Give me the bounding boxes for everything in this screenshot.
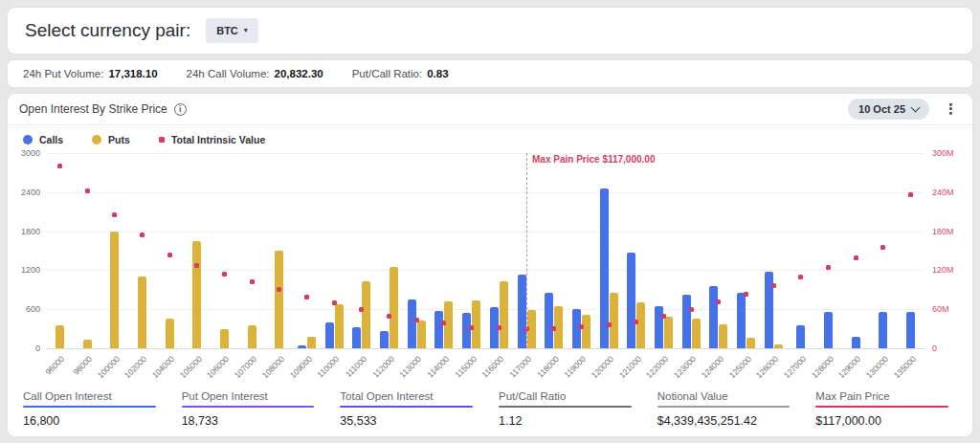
put-bar[interactable] xyxy=(138,277,146,348)
put-bar[interactable] xyxy=(275,251,283,348)
intrinsic-value-dot[interactable] xyxy=(167,253,172,257)
put-bar[interactable] xyxy=(636,302,645,348)
chart-area: Max Pain Price $117,000.00 0060060M12001… xyxy=(11,145,969,385)
volume-stat-label: Put/Call Ratio: xyxy=(352,68,423,79)
intrinsic-value-dot[interactable] xyxy=(304,295,309,299)
intrinsic-value-dot[interactable] xyxy=(880,245,885,250)
call-bar[interactable] xyxy=(682,295,691,348)
call-bar[interactable] xyxy=(380,331,389,348)
call-bar[interactable] xyxy=(545,293,553,348)
put-bar[interactable] xyxy=(746,338,755,348)
put-bar[interactable] xyxy=(56,325,64,348)
intrinsic-value-dot[interactable] xyxy=(497,325,501,330)
intrinsic-value-dot[interactable] xyxy=(85,188,90,193)
volume-stat-label: 24h Put Volume: xyxy=(23,68,103,79)
volume-stats-strip: 24h Put Volume:17,318.1024h Call Volume:… xyxy=(8,60,972,87)
intrinsic-value-dot[interactable] xyxy=(222,272,227,277)
intrinsic-value-dot[interactable] xyxy=(908,192,913,197)
put-bar[interactable] xyxy=(83,340,92,348)
intrinsic-value-dot[interactable] xyxy=(112,212,117,217)
intrinsic-value-dot[interactable] xyxy=(716,299,721,304)
intrinsic-value-dot[interactable] xyxy=(277,287,281,292)
call-bar[interactable] xyxy=(737,293,746,348)
put-bar[interactable] xyxy=(192,241,201,348)
put-bar[interactable] xyxy=(472,300,480,348)
intrinsic-value-dot[interactable] xyxy=(414,318,419,322)
put-bar[interactable] xyxy=(582,315,590,348)
gridline xyxy=(46,270,924,271)
call-bar[interactable] xyxy=(325,322,334,348)
put-bar[interactable] xyxy=(610,293,618,348)
legend-item-calls[interactable]: Calls xyxy=(23,134,63,145)
intrinsic-value-dot[interactable] xyxy=(332,300,337,305)
call-bar[interactable] xyxy=(518,275,526,348)
put-bar[interactable] xyxy=(248,325,256,348)
put-bar[interactable] xyxy=(307,337,316,348)
intrinsic-value-dot[interactable] xyxy=(661,314,666,319)
put-bar[interactable] xyxy=(335,304,344,348)
volume-stat-value: 0.83 xyxy=(427,68,448,79)
put-bar[interactable] xyxy=(664,317,673,348)
legend-item-puts[interactable]: Puts xyxy=(92,134,130,145)
put-bar[interactable] xyxy=(719,324,727,348)
call-bar[interactable] xyxy=(408,299,416,348)
call-bar[interactable] xyxy=(852,337,860,348)
intrinsic-value-dot[interactable] xyxy=(579,324,584,329)
call-bar[interactable] xyxy=(709,286,718,348)
y-axis-tick-left: 1200 xyxy=(13,265,40,275)
intrinsic-value-dot[interactable] xyxy=(441,321,446,325)
intrinsic-value-dot[interactable] xyxy=(854,255,858,260)
kebab-menu-icon[interactable]: ⋮ xyxy=(941,100,961,118)
circle-marker-icon xyxy=(92,135,101,144)
put-bar[interactable] xyxy=(390,267,398,348)
currency-dropdown[interactable]: BTC ▾ xyxy=(206,18,258,43)
call-bar[interactable] xyxy=(434,311,443,348)
call-bar[interactable] xyxy=(796,325,805,348)
put-bar[interactable] xyxy=(110,232,119,348)
call-bar[interactable] xyxy=(879,312,887,348)
legend-label: Puts xyxy=(108,134,130,145)
call-bar[interactable] xyxy=(906,312,915,348)
max-pain-label: Max Pain Price $117,000.00 xyxy=(532,154,655,165)
y-axis-tick-right: 240M xyxy=(932,188,954,197)
intrinsic-value-dot[interactable] xyxy=(387,314,391,319)
intrinsic-value-dot[interactable] xyxy=(689,307,694,312)
intrinsic-value-dot[interactable] xyxy=(194,263,199,268)
put-bar[interactable] xyxy=(220,329,229,348)
date-selector[interactable]: 10 Oct 25 xyxy=(848,99,929,120)
put-bar[interactable] xyxy=(166,319,174,348)
intrinsic-value-dot[interactable] xyxy=(57,164,62,168)
put-bar[interactable] xyxy=(444,301,453,348)
put-bar[interactable] xyxy=(417,321,426,348)
plot-area: Max Pain Price $117,000.00 xyxy=(46,153,924,349)
intrinsic-value-dot[interactable] xyxy=(798,275,803,279)
intrinsic-value-dot[interactable] xyxy=(551,326,556,331)
legend-item-total-intrinsic-value[interactable]: Total Intrinsic Value xyxy=(159,134,265,145)
summary-stat-underline xyxy=(23,406,156,408)
circle-marker-icon xyxy=(23,135,33,144)
call-bar[interactable] xyxy=(352,327,361,348)
put-bar[interactable] xyxy=(774,344,783,348)
intrinsic-value-dot[interactable] xyxy=(250,279,255,284)
call-bar[interactable] xyxy=(824,312,833,348)
call-bar[interactable] xyxy=(462,313,471,348)
y-axis-tick-left: 1800 xyxy=(13,227,40,236)
intrinsic-value-dot[interactable] xyxy=(140,233,145,237)
intrinsic-value-dot[interactable] xyxy=(469,325,474,330)
intrinsic-value-dot[interactable] xyxy=(634,320,638,324)
put-bar[interactable] xyxy=(500,281,508,348)
gridline xyxy=(46,232,924,233)
volume-stat: Put/Call Ratio:0.83 xyxy=(352,68,449,79)
call-bar[interactable] xyxy=(655,306,663,348)
summary-stat-value: $117,000.00 xyxy=(815,414,957,428)
y-axis-tick-right: 0 xyxy=(932,343,937,353)
intrinsic-value-dot[interactable] xyxy=(771,283,776,288)
info-icon[interactable]: i xyxy=(174,103,187,116)
put-bar[interactable] xyxy=(362,281,370,348)
intrinsic-value-dot[interactable] xyxy=(744,292,748,297)
intrinsic-value-dot[interactable] xyxy=(826,265,831,270)
put-bar[interactable] xyxy=(692,319,701,348)
call-bar[interactable] xyxy=(627,253,635,348)
call-bar[interactable] xyxy=(298,345,306,348)
intrinsic-value-dot[interactable] xyxy=(607,322,612,327)
